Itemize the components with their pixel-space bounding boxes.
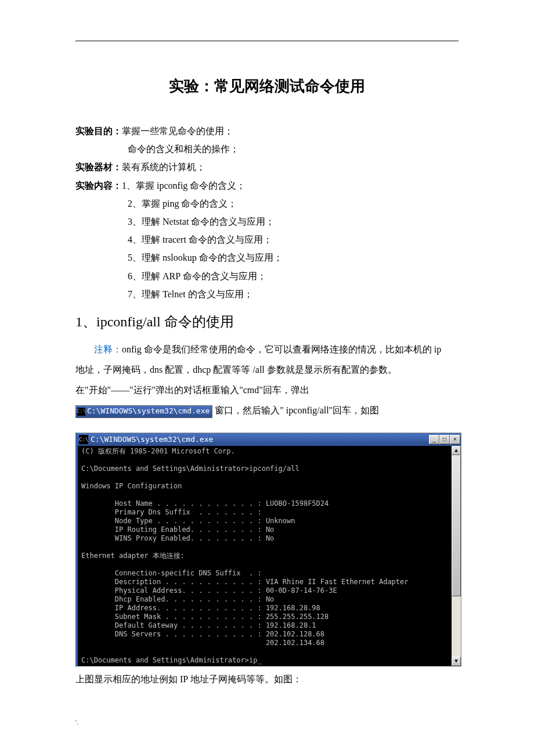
inline-cmd-line: C:\ C:\WINDOWS\system32\cmd.exe 窗口，然后输入"… xyxy=(75,400,459,420)
cmd-body-wrap: (C) 版权所有 1985-2001 Microsoft Corp. C:\Do… xyxy=(78,446,461,666)
cmd-output[interactable]: (C) 版权所有 1985-2001 Microsoft Corp. C:\Do… xyxy=(78,446,452,666)
content-line-1: 实验内容：1、掌握 ipconfig 命令的含义； xyxy=(75,178,459,193)
horizontal-rule xyxy=(75,41,459,41)
cmd-icon: C:\ xyxy=(79,435,88,444)
objective-line-2: 命令的含义和相关的操作； xyxy=(75,141,459,157)
caption-below: 上图显示相应的地址例如 IP 地址子网掩码等等。如图： xyxy=(75,671,459,688)
minimize-button[interactable]: _ xyxy=(429,435,439,444)
content-item-5: 5、理解 nslookup 命令的含义与应用； xyxy=(75,250,459,265)
content-item-7: 7、理解 Telnet 的含义与应用； xyxy=(75,286,459,302)
inline-cmd-title-text: C:\WINDOWS\system32\cmd.exe xyxy=(87,403,210,420)
section-1-heading: 1、ipconfig/all 命令的使用 xyxy=(75,312,459,331)
content-label: 实验内容： xyxy=(75,181,122,190)
document-page: 实验：常见网络测试命令使用 实验目的：掌握一些常见命令的使用； 命令的含义和相关… xyxy=(0,0,534,756)
note-text-1: onfig 命令是我们经常使用的命令，它可以查看网络连接的情况，比如本机的 ip xyxy=(122,344,441,354)
content-item-2: 2、掌握 ping 命令的含义； xyxy=(75,196,459,211)
scroll-track[interactable] xyxy=(452,455,461,657)
objective-text-1: 掌握一些常见命令的使用； xyxy=(122,126,233,136)
equipment-label: 实验器材： xyxy=(75,162,122,172)
scroll-up-button[interactable]: ▲ xyxy=(452,446,461,455)
maximize-button[interactable]: □ xyxy=(439,435,450,444)
scroll-thumb[interactable] xyxy=(452,455,461,596)
cmd-window-title: C:\WINDOWS\system32\cmd.exe xyxy=(91,435,429,444)
cmd-icon: C:\ xyxy=(77,408,85,416)
cmd-window: C:\ C:\WINDOWS\system32\cmd.exe _ □ × (C… xyxy=(75,433,461,667)
note-paragraph-2: 地址，子网掩码，dns 配置，dhcp 配置等等 /all 参数就是显示所有配置… xyxy=(75,359,459,380)
footer-mark: '. xyxy=(75,718,78,727)
window-buttons: _ □ × xyxy=(429,435,460,444)
content-item-6: 6、理解 ARP 命令的含义与应用； xyxy=(75,268,459,284)
close-button[interactable]: × xyxy=(450,435,460,444)
note-paragraph-1: 注释：onfig 命令是我们经常使用的命令，它可以查看网络连接的情况，比如本机的… xyxy=(75,339,459,359)
page-title: 实验：常见网络测试命令使用 xyxy=(75,76,459,96)
after-inline-text: 窗口，然后输入" ipconfig/all"回车，如图 xyxy=(215,405,379,415)
content-item-1: 1、掌握 ipconfig 命令的含义； xyxy=(122,181,246,190)
equipment-text: 装有系统的计算机； xyxy=(122,162,205,172)
inline-cmd-titlebar: C:\ C:\WINDOWS\system32\cmd.exe xyxy=(75,405,212,418)
cmd-window-titlebar: C:\ C:\WINDOWS\system32\cmd.exe _ □ × xyxy=(78,433,461,446)
note-paragraph-3: 在"开始"——"运行"弹出的对话框重输入"cmd"回车，弹出 xyxy=(75,380,459,400)
objective-line-1: 实验目的：掌握一些常见命令的使用； xyxy=(75,123,459,139)
scroll-down-button[interactable]: ▼ xyxy=(452,657,461,666)
cmd-scrollbar[interactable]: ▲ ▼ xyxy=(452,446,461,666)
note-label: 注释： xyxy=(94,344,122,354)
equipment-line: 实验器材：装有系统的计算机； xyxy=(75,159,459,175)
objective-label: 实验目的： xyxy=(75,126,122,136)
content-item-3: 3、理解 Netstat 命令的含义与应用； xyxy=(75,214,459,229)
content-item-4: 4、理解 tracert 命令的含义与应用； xyxy=(75,232,459,247)
